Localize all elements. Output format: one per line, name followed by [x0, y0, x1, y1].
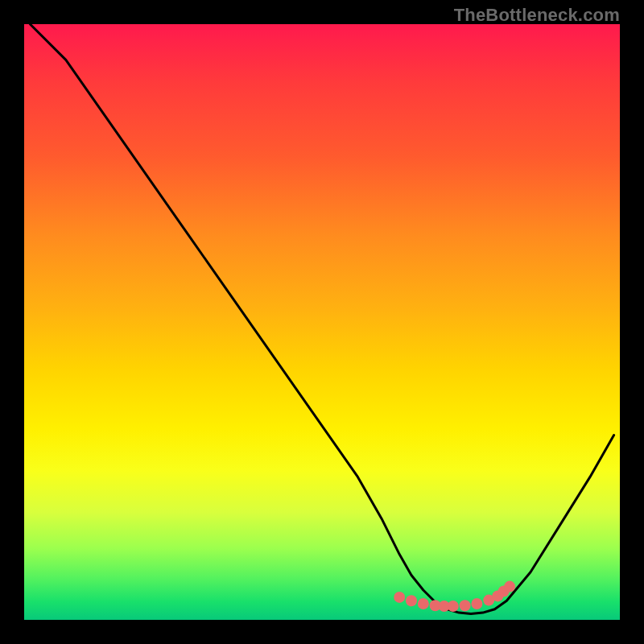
optimal-dot [471, 598, 482, 609]
chart-svg [24, 24, 620, 620]
optimal-dot [448, 601, 459, 612]
watermark-text: TheBottleneck.com [454, 5, 620, 26]
optimal-dot [394, 592, 405, 603]
bottleneck-curve [30, 24, 613, 614]
optimal-dot [406, 595, 417, 606]
plot-area [24, 24, 620, 620]
optimal-dot [418, 598, 429, 609]
optimal-dot [460, 600, 471, 611]
chart-frame: TheBottleneck.com [0, 0, 644, 644]
optimal-dot [504, 581, 515, 592]
